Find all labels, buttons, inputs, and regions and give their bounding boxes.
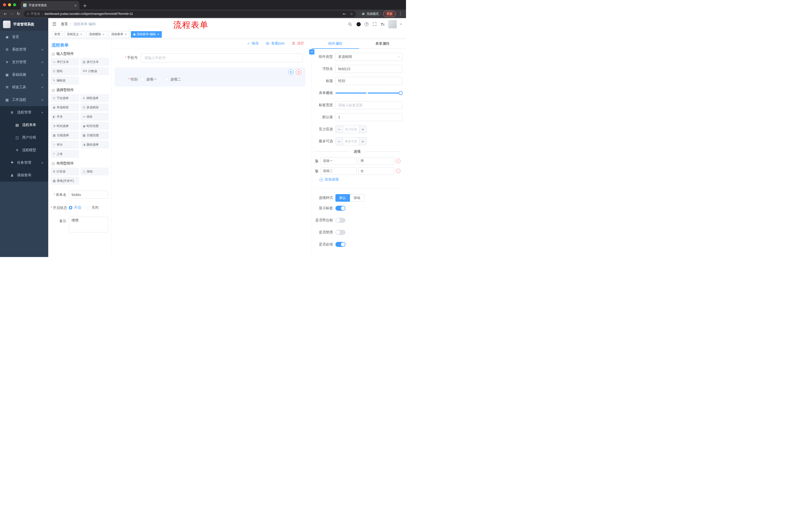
copy-field-button[interactable] — [288, 70, 294, 75]
title-input[interactable] — [336, 77, 403, 85]
help-icon[interactable]: ? — [365, 22, 369, 26]
palette-item-radio-group[interactable]: ◉ 单选框组 — [51, 104, 79, 111]
tag-process-form[interactable]: 流程表单 × — [109, 31, 129, 38]
search-icon[interactable] — [347, 22, 352, 27]
palette-item-upload[interactable]: ⇧ 上传 — [51, 150, 79, 158]
sidebar-item-infrastructure[interactable]: ▣ 基础设施 ∨ — [0, 69, 48, 81]
palette-item-single-line-text[interactable]: ▭ 单行文本 — [51, 58, 79, 65]
drag-handle-icon[interactable] — [315, 159, 319, 163]
show-label-switch[interactable] — [336, 206, 345, 211]
gender-option2-checkbox[interactable]: 选项二 — [165, 77, 181, 82]
palette-item-password[interactable]: ⊡ 密码 — [51, 67, 79, 75]
minimize-window-button[interactable] — [8, 3, 11, 6]
tag-close-icon[interactable]: × — [80, 33, 82, 36]
close-window-button[interactable] — [3, 3, 6, 6]
fullscreen-icon[interactable] — [372, 22, 377, 27]
new-tab-button[interactable]: + — [83, 3, 87, 8]
tag-close-icon[interactable]: × — [157, 33, 159, 36]
palette-item-switch[interactable]: ◐ 开关 — [51, 113, 79, 120]
palette-item-color-picker[interactable]: ◑ 颜色选择 — [81, 141, 109, 148]
sidebar-item-user-group[interactable]: ◫ 用户分组 — [0, 131, 48, 144]
phone-field-row[interactable]: 手机号 — [115, 53, 306, 62]
sidebar-item-system[interactable]: ⚙ 系统管理 ∨ — [0, 43, 48, 56]
option-value-input[interactable] — [358, 157, 394, 165]
sidebar-item-task-management[interactable]: ⚑ 任务管理 ∨ — [0, 156, 48, 169]
status-on-radio[interactable]: 开启 — [69, 206, 81, 210]
tag-process-definition[interactable]: 流程定义 × — [64, 31, 85, 38]
tab-form-props[interactable]: 表单属性 — [359, 39, 406, 49]
zoom-window-button[interactable] — [13, 3, 16, 6]
palette-item-date-range[interactable]: ▩ 日期范围 — [81, 132, 109, 139]
tag-process-model[interactable]: 流程模型 × — [86, 31, 107, 38]
max-select-value[interactable]: 最多可选 — [343, 138, 359, 145]
min-select-value[interactable]: 至少应选 — [343, 126, 359, 133]
form-name-input[interactable] — [69, 191, 108, 199]
palette-item-checkbox-group[interactable]: ☑ 多选框组 — [81, 104, 109, 111]
border-switch[interactable] — [336, 218, 345, 223]
component-type-select[interactable]: 多选框组 ∨ — [336, 53, 403, 61]
palette-item-date-picker[interactable]: ▦ 日期选择 — [51, 132, 79, 139]
tag-process-form-edit[interactable]: 流程表单-编辑 × — [131, 31, 162, 38]
update-button[interactable]: 更新 — [383, 11, 396, 17]
sidebar-item-home[interactable]: ◉ 首页 — [0, 31, 48, 43]
add-option-button[interactable]: + 添加选项 — [319, 177, 403, 182]
sidebar-logo[interactable]: 芋道管理系统 — [0, 18, 48, 31]
style-default-button[interactable]: 默认 — [336, 194, 350, 202]
forward-button[interactable]: → — [8, 12, 15, 16]
palette-item-slider[interactable]: ↔ 滑块 — [81, 113, 109, 120]
palette-item-counter[interactable]: 123 计数器 — [81, 67, 109, 75]
tag-home[interactable]: 首页 — [52, 31, 63, 38]
bookmark-star-icon[interactable]: ☆ — [350, 12, 353, 16]
sidebar-item-workflow[interactable]: ▦ 工作流程 ∧ — [0, 93, 48, 106]
avatar-caret-icon[interactable]: ∨ — [400, 23, 402, 25]
palette-item-table[interactable]: ▦ 表格[开发中] — [51, 177, 79, 185]
option-label-input[interactable] — [321, 157, 356, 165]
option-label-input[interactable] — [321, 167, 356, 175]
palette-item-row-container[interactable]: ⊞ 行容器 — [51, 168, 79, 175]
github-icon[interactable] — [356, 22, 361, 27]
security-status[interactable]: ⚠ 不安全 — [27, 12, 40, 16]
doc-link-chip[interactable] — [309, 49, 314, 54]
breadcrumb-home[interactable]: 首页 — [61, 22, 68, 26]
tab-component-props[interactable]: 组件属性 — [312, 39, 359, 49]
field-name-input[interactable] — [336, 65, 403, 73]
selected-gender-field[interactable]: 性别 选项一 选项二 — [115, 67, 306, 86]
palette-item-dropdown[interactable]: ⊙ 下拉选择 — [51, 94, 79, 102]
option-value-input[interactable] — [358, 167, 394, 175]
save-button[interactable]: ✓ 保存 — [247, 41, 259, 46]
gender-option1-checkbox[interactable]: 选项一 — [141, 77, 157, 82]
remove-option-button[interactable]: − — [396, 169, 401, 173]
key-icon[interactable] — [342, 11, 347, 16]
status-off-radio[interactable]: 关闭 — [86, 206, 98, 210]
form-remark-textarea[interactable]: 嘿嘿 — [69, 217, 108, 232]
palette-item-rate[interactable]: ☆ 评分 — [51, 141, 79, 148]
drag-handle-icon[interactable] — [315, 169, 319, 173]
delete-field-button[interactable] — [296, 70, 301, 75]
view-json-button[interactable]: 查看json — [266, 41, 285, 46]
default-value-input[interactable] — [336, 113, 403, 121]
slider-knob[interactable] — [399, 91, 403, 95]
tag-close-icon[interactable]: × — [102, 33, 105, 36]
sidebar-item-process-management[interactable]: ≣ 流程管理 ∧ — [0, 106, 48, 119]
phone-input[interactable] — [141, 53, 303, 62]
increase-button[interactable]: + — [359, 138, 366, 145]
increase-button[interactable]: + — [359, 126, 366, 133]
palette-item-time-range[interactable]: ◕ 时间范围 — [81, 122, 109, 130]
browser-tab[interactable]: 芋道管理系统 × — [21, 1, 79, 9]
sidebar-item-process-form[interactable]: ▤ 流程表单 — [0, 119, 48, 131]
decrease-button[interactable]: − — [336, 138, 343, 145]
palette-item-time-picker[interactable]: ◔ 时间选择 — [51, 122, 79, 130]
label-width-input[interactable] — [336, 101, 403, 109]
avatar[interactable] — [388, 20, 397, 28]
clear-button[interactable]: 清空 — [292, 41, 304, 46]
sidebar-item-payment[interactable]: ¥ 支付管理 ∨ — [0, 56, 48, 69]
disabled-switch[interactable] — [336, 230, 345, 235]
sidebar-item-process-model[interactable]: ✈ 流程模型 — [0, 144, 48, 156]
decrease-button[interactable]: − — [336, 126, 343, 133]
form-grid-slider[interactable] — [336, 89, 403, 97]
sidebar-collapse-icon[interactable]: ☰ — [52, 22, 56, 26]
tab-close-icon[interactable]: × — [74, 4, 77, 7]
back-button[interactable]: ← — [2, 12, 8, 16]
palette-item-editor[interactable]: ✎ 编辑器 — [51, 77, 79, 84]
sidebar-item-devtools[interactable]: ⚒ 研发工具 ∨ — [0, 81, 48, 93]
